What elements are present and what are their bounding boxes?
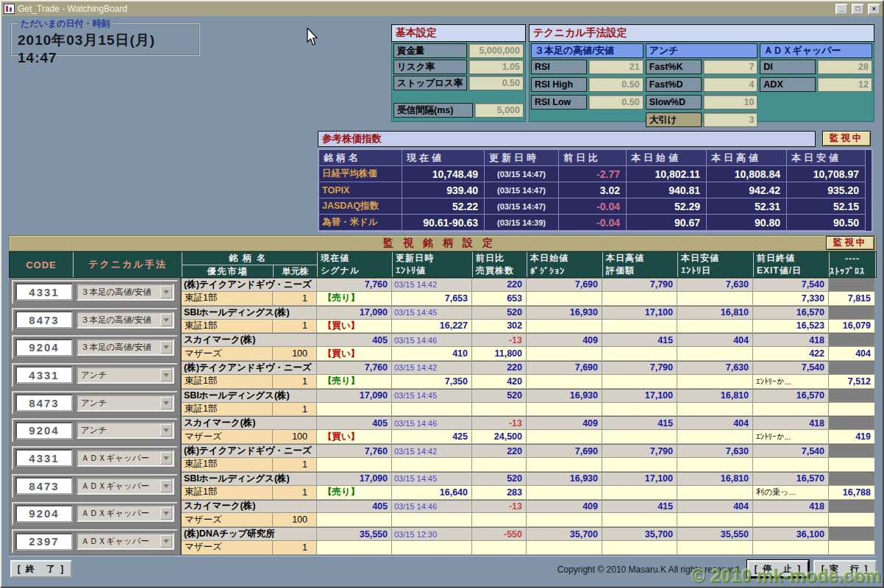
entry-date-cell	[677, 403, 753, 417]
stoploss-cell: 419	[829, 430, 875, 444]
code-input[interactable]: 4331	[15, 366, 73, 384]
open-cell: 35,700	[527, 527, 602, 541]
table-row: マザーズ100【買い】41011,800422404	[182, 347, 877, 361]
table-row: (株)DNAチップ研究所35,55003/15 12:30-55035,7003…	[182, 527, 877, 541]
table-row: 東証1部1【買い】16,22730216,52316,079	[182, 320, 877, 334]
market-cell: マザーズ	[182, 347, 273, 361]
code-input[interactable]: 8473	[15, 394, 73, 412]
update-time-cell: 03/15 14:45	[392, 306, 472, 320]
method-dropdown[interactable]: アンチ	[76, 422, 174, 439]
index-price-cell: 90.61-90.63	[402, 215, 485, 231]
signal-cell: 【売り】	[317, 375, 392, 389]
chevron-down-icon[interactable]	[160, 286, 172, 298]
chevron-down-icon[interactable]	[160, 507, 172, 520]
stock-name-cell: SBIホールディングス(株)	[182, 389, 317, 403]
tech-group-title: アンチ	[646, 43, 758, 58]
header-unit: 単元株	[274, 265, 317, 277]
tech-param-value-field[interactable]: 12	[817, 77, 872, 92]
method-dropdown[interactable]: アンチ	[76, 395, 174, 412]
index-header-cell: 本日安値	[787, 150, 866, 166]
tech-param-value-field[interactable]: 28	[817, 60, 872, 74]
update-time-cell: 03/15 14:46	[392, 416, 472, 430]
chevron-down-icon[interactable]	[160, 397, 172, 409]
method-dropdown[interactable]: ＡＤＸギャッパー	[76, 478, 174, 495]
chevron-down-icon[interactable]	[160, 341, 172, 354]
chevron-down-icon[interactable]	[160, 314, 172, 326]
stock-name-cell: (株)DNAチップ研究所	[182, 527, 317, 541]
code-input[interactable]: 2397	[15, 533, 73, 551]
minimize-button[interactable]: _	[835, 4, 848, 15]
tech-param-value-field[interactable]: 7	[703, 60, 758, 74]
watch-control-block: 4331アンチ	[9, 361, 180, 389]
table-row: SBIホールディングス(株)17,09003/15 14:4552016,930…	[182, 306, 877, 320]
chevron-down-icon[interactable]	[160, 480, 172, 492]
code-input[interactable]: 8473	[15, 477, 73, 495]
tech-param-value-field[interactable]: 10	[703, 95, 758, 110]
change-cell: 220	[472, 361, 527, 375]
basic-param-value-field[interactable]: 5,000,000	[468, 43, 524, 58]
entry-date-cell	[677, 292, 753, 306]
high-cell: 415	[602, 500, 677, 514]
table-row: マザーズ100	[182, 513, 877, 527]
index-open-cell: 940.81	[627, 182, 707, 198]
unit-cell: 1	[273, 458, 317, 472]
tech-param-value-field[interactable]: 4	[703, 77, 758, 92]
basic-param-value-field[interactable]: 1.05	[468, 60, 524, 74]
price-cell: 7,760	[317, 444, 392, 458]
basic-interval-value-field[interactable]: 5,000	[474, 103, 524, 118]
code-input[interactable]: 9204	[15, 339, 73, 356]
maximize-button[interactable]: □	[852, 4, 864, 15]
basic-param-value-field[interactable]: 0.50	[468, 76, 524, 90]
watch-control-panel: 4331３本足の高値/安値	[12, 280, 178, 304]
index-open-cell: 52.29	[627, 198, 707, 215]
watch-control-panel: 4331アンチ	[12, 363, 178, 387]
stoploss-cell	[829, 541, 875, 555]
index-monitoring-button[interactable]: 監視中	[822, 131, 871, 146]
entry-value-cell	[392, 458, 472, 472]
watch-monitoring-button[interactable]: 監視中	[826, 236, 874, 250]
method-dropdown[interactable]: ３本足の高値/安値	[76, 339, 174, 356]
index-low-cell: 52.15	[787, 198, 866, 215]
stop-button[interactable]: [ 停 止 ]	[747, 560, 809, 578]
tech-param-value-field[interactable]: 0.50	[588, 95, 644, 110]
chevron-down-icon[interactable]	[160, 535, 172, 548]
volume-cell: 11,800	[472, 347, 527, 361]
market-cell: マザーズ	[182, 541, 273, 555]
tech-param-value-field[interactable]: 0.50	[588, 77, 644, 92]
stock-name-cell: スカイマーク(株)	[182, 416, 317, 430]
method-dropdown[interactable]: ＡＤＸギャッパー	[76, 505, 174, 522]
stoploss-empty-cell	[829, 472, 875, 486]
low-cell: 16,810	[677, 306, 753, 320]
code-input[interactable]: 9204	[15, 505, 73, 523]
chevron-down-icon[interactable]	[160, 424, 172, 437]
low-cell: 16,810	[677, 389, 753, 403]
eval-cell	[602, 513, 677, 527]
code-input[interactable]: 8473	[15, 311, 73, 329]
update-time-cell: 03/15 14:46	[392, 500, 472, 514]
exit-value-cell	[753, 458, 829, 472]
market-cell: 東証1部	[182, 458, 273, 472]
code-input[interactable]: 9204	[15, 422, 73, 440]
close-button[interactable]: ×	[868, 4, 880, 15]
position-cell	[527, 430, 602, 444]
method-dropdown[interactable]: ３本足の高値/安値	[76, 284, 174, 301]
method-dropdown[interactable]: ３本足の高値/安値	[76, 312, 174, 329]
chevron-down-icon[interactable]	[160, 452, 172, 465]
update-time-cell: 03/15 14:42	[392, 361, 472, 375]
unit-cell: 100	[273, 347, 317, 361]
tech-param-value-field[interactable]: 21	[588, 60, 644, 74]
method-dropdown[interactable]: アンチ	[76, 367, 174, 384]
header-col-top: 現在値	[321, 253, 392, 265]
volume-cell	[472, 541, 527, 555]
change-cell: 520	[472, 389, 527, 403]
code-input[interactable]: 4331	[15, 283, 73, 301]
run-button[interactable]: [ 実 行 ]	[813, 560, 877, 578]
tech-param-value-field[interactable]: 3	[703, 112, 758, 127]
method-dropdown[interactable]: ＡＤＸギャッパー	[76, 450, 174, 467]
signal-cell: 【買い】	[317, 347, 392, 361]
exit-button[interactable]: [ 終 了 ]	[10, 560, 72, 578]
tech-param-row: RSI Low0.50	[531, 95, 644, 110]
code-input[interactable]: 4331	[15, 449, 73, 467]
method-dropdown[interactable]: ＡＤＸギャッパー	[76, 533, 174, 550]
chevron-down-icon[interactable]	[160, 369, 172, 381]
